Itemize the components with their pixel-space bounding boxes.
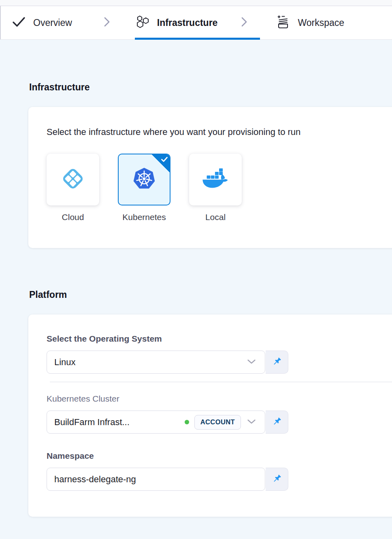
option-local[interactable]: Local (189, 154, 242, 222)
namespace-field-label: Namespace (47, 451, 377, 461)
section-divider (50, 382, 392, 382)
cluster-select-value: BuildFarm Infrast... (54, 417, 130, 428)
option-cloud[interactable]: Cloud (47, 154, 99, 222)
panel-left-edge (0, 6, 1, 39)
chevron-down-icon[interactable] (247, 359, 258, 366)
docker-icon (201, 168, 230, 191)
chevron-right-icon (240, 16, 248, 29)
option-kubernetes-label: Kubernetes (118, 212, 170, 222)
chevron-right-icon (103, 16, 111, 29)
stack-icon (276, 15, 290, 31)
option-local-label: Local (189, 212, 242, 222)
os-select[interactable]: Linux (47, 351, 265, 374)
tab-workspace-label: Workspace (298, 17, 344, 28)
chevron-down-icon[interactable] (247, 419, 258, 426)
selected-corner-badge (152, 154, 170, 172)
cluster-field-label: Kubernetes Cluster (47, 394, 377, 404)
platform-card: Select the Operating System Linux Kubern… (28, 314, 392, 517)
os-select-value: Linux (54, 357, 76, 368)
infrastructure-card: Select the infrastructure where you want… (28, 107, 392, 248)
option-kubernetes-tile[interactable] (118, 154, 170, 205)
infrastructure-options: Cloud (47, 154, 377, 222)
pin-icon (272, 356, 282, 368)
step-tabbar: Overview Infrastructure W (0, 6, 392, 40)
hexagons-icon (135, 15, 150, 30)
scope-badge: ACCOUNT (194, 415, 241, 430)
namespace-input[interactable]: harness-delegate-ng (47, 468, 265, 491)
cluster-select[interactable]: BuildFarm Infrast... ACCOUNT (47, 411, 265, 434)
option-cloud-label: Cloud (47, 212, 99, 222)
option-local-tile[interactable] (189, 154, 242, 205)
cluster-select-control: BuildFarm Infrast... ACCOUNT (47, 411, 288, 434)
os-field-label: Select the Operating System (47, 334, 377, 344)
tab-workspace[interactable]: Workspace (276, 15, 344, 31)
infrastructure-prompt: Select the infrastructure where you want… (47, 127, 377, 137)
tab-infrastructure-label: Infrastructure (157, 17, 218, 28)
platform-section-title: Platform (29, 289, 392, 300)
namespace-pin-button[interactable] (266, 468, 288, 491)
active-tab-underline (135, 38, 260, 40)
infrastructure-section-title: Infrastructure (29, 40, 392, 93)
pin-icon (272, 416, 282, 428)
check-icon (12, 16, 26, 29)
cluster-pin-button[interactable] (266, 411, 288, 434)
tab-overview[interactable]: Overview (12, 16, 72, 29)
canvas-dotted-background (0, 0, 392, 6)
cloud-icon (60, 166, 86, 193)
option-kubernetes[interactable]: Kubernetes (118, 154, 170, 222)
os-pin-button[interactable] (266, 351, 288, 374)
tab-infrastructure[interactable]: Infrastructure (135, 15, 218, 30)
namespace-input-value: harness-delegate-ng (54, 474, 136, 485)
option-cloud-tile[interactable] (47, 154, 99, 205)
connector-status-dot (185, 420, 189, 424)
os-select-control: Linux (47, 351, 288, 374)
pin-icon (272, 473, 282, 486)
tab-overview-label: Overview (33, 17, 72, 28)
namespace-control: harness-delegate-ng (47, 468, 288, 491)
